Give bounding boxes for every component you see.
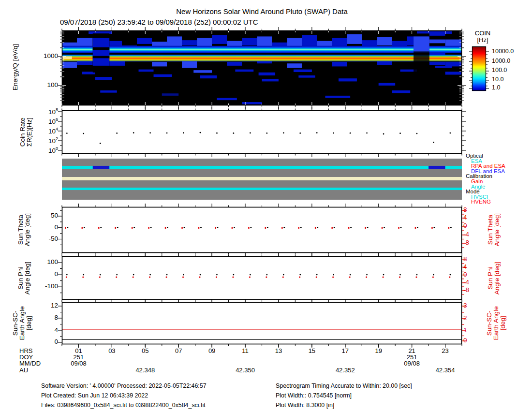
sun-earth-right-line2: Earth Angle: [493, 296, 500, 350]
footer-plot-created: Plot Created: Sun Jun 12 06:43:39 2022: [41, 393, 148, 399]
sun-theta-left-line1: Sun Theta: [17, 203, 24, 256]
plot-title: New Horizons Solar Wind Around Pluto (SW…: [62, 7, 462, 15]
axis-label-energy-text: Energy/Q [eV/q]: [12, 36, 19, 99]
sun-theta-right-ytick: 4: [463, 214, 478, 221]
sun-earth-right-ytick: 1: [463, 327, 478, 334]
au-label: 42.352: [331, 367, 360, 374]
sun-earth-right-ytick: 0: [463, 337, 478, 344]
colorbar-title: COIN [Hz]: [465, 30, 500, 44]
coin-ytick-label: 108: [38, 108, 58, 116]
sun-theta-ytick: 0: [35, 224, 58, 231]
legend-item: HVENG: [471, 199, 491, 205]
hour-tick-label: 15: [302, 348, 322, 354]
sun-earth-right-line3: [deg]: [500, 296, 506, 350]
sun-theta-left-line2: Angle [deg]: [24, 203, 31, 256]
colorbar-tick-label: 1.0: [492, 85, 500, 91]
axis-label-coin-line1: Coin Rate: [19, 105, 26, 159]
hour-tick-label: 23: [436, 348, 455, 354]
hour-tick-label: 09: [202, 348, 222, 354]
sun-theta-right-line1: Sun Theta: [487, 203, 494, 256]
sun-phi-panel: [58, 253, 466, 303]
hour-tick-label: 05: [135, 348, 155, 354]
sun-theta-right-line2: Angle [deg]: [494, 203, 501, 256]
sun-phi-right-ytick: -4: [463, 279, 478, 286]
row-label-mmdd: MM/DD: [19, 360, 41, 367]
sun-phi-right-ytick: -8: [463, 287, 478, 294]
colorbar: [469, 46, 489, 91]
coin-ytick-label: 100: [38, 147, 58, 154]
sun-theta-ytick: 50: [35, 212, 58, 219]
colorbar-tick-label: 10000.0: [492, 48, 514, 55]
sun-theta-ytick: -50: [35, 235, 58, 242]
axis-label-sun-sc-earth-right: Sun-SC- Earth Angle [deg]: [486, 296, 507, 350]
sun-phi-ytick: 100: [35, 259, 58, 265]
footer-timing-accuracy: Spectrogram Timing Accurate to Within: 2…: [276, 383, 412, 389]
hour-tick-label: 17: [336, 348, 355, 354]
spectrogram-ytick-100: 100: [30, 82, 58, 88]
coin-ytick-label: 104: [38, 127, 58, 135]
footer-files: Files: 0398649600_0x584_sci.fit to 03988…: [41, 402, 206, 409]
axis-label-sun-sc-earth-left: Sun-SC- Earth Angle [deg]: [12, 296, 33, 350]
coin-ytick-label: 102: [38, 137, 58, 145]
spectrogram-ytick-1000: 1000: [30, 53, 58, 59]
mmdd-label: 09/08: [400, 360, 424, 367]
sun-phi-right-ytick: 0: [463, 271, 478, 278]
sun-sc-earth-panel: [58, 299, 466, 348]
status-bars-panel: [62, 159, 462, 200]
hour-tick-label: 11: [236, 348, 255, 354]
footer-software-version: Software Version: ' 4.00000' Processed: …: [41, 383, 207, 389]
row-label-au: AU: [19, 367, 28, 374]
axis-label-sun-theta-left: Sun Theta Angle [deg]: [17, 203, 31, 256]
axis-label-sun-theta-right: Sun Theta Angle [deg]: [487, 203, 501, 256]
sun-theta-right-ytick: 8: [463, 206, 478, 213]
au-label: 42.354: [431, 367, 460, 374]
au-label: 42.348: [131, 367, 160, 374]
swap-plot-page: New Horizons Solar Wind Around Pluto (SW…: [0, 0, 532, 411]
hour-tick-label: 03: [102, 348, 121, 354]
coin-rate-panel: [58, 107, 466, 157]
sun-earth-ytick: 4: [35, 327, 58, 334]
sun-theta-right-ytick: -4: [463, 231, 478, 238]
axis-label-energy: Energy/Q [eV/q]: [12, 36, 19, 99]
sun-phi-ytick: -100: [35, 283, 58, 290]
coin-ytick-label: 106: [38, 117, 58, 125]
hour-tick-label: 13: [269, 348, 288, 354]
sun-earth-ytick: 8: [35, 314, 58, 321]
sun-phi-right-ytick: 8: [463, 256, 478, 263]
colorbar-title-line2: [Hz]: [465, 37, 500, 44]
colorbar-tick-label: 10.0: [492, 76, 503, 83]
sun-phi-ytick: 0: [35, 271, 58, 278]
footer-plot-width-in: Plot Width: 8.3000 [in]: [276, 402, 334, 409]
sun-theta-right-ytick: 0: [463, 222, 478, 229]
footer-plot-width-norm: Plot Width:: 0.754545 [norm]: [276, 393, 352, 399]
hour-tick-label: 07: [169, 348, 188, 354]
colorbar-title-line1: COIN: [465, 30, 500, 37]
sun-earth-left-line3: [deg]: [26, 296, 32, 350]
sun-earth-right-ytick: 2: [463, 315, 478, 322]
sun-earth-left-line2: Earth Angle: [19, 296, 26, 350]
sun-earth-ytick: 0: [35, 338, 58, 345]
mmdd-label: 09/08: [66, 360, 90, 367]
sun-earth-right-ytick: 3: [463, 302, 478, 309]
colorbar-tick-label: 100.0: [492, 67, 507, 73]
axis-label-coin-rate: Coin Rate ΣR(E)[Hz]: [19, 105, 33, 159]
sun-phi-right-ytick: 4: [463, 264, 478, 270]
hour-tick-label: 19: [369, 348, 388, 354]
au-label: 42.350: [231, 367, 260, 374]
axis-label-coin-line2: ΣR(E)[Hz]: [26, 105, 33, 159]
sun-theta-right-ytick: -8: [463, 239, 478, 246]
plot-subtitle: 09/07/2018 (250) 23:59:42 to 09/09/2018 …: [60, 18, 258, 26]
sun-earth-right-line1: Sun-SC-: [486, 296, 493, 350]
sun-earth-left-line1: Sun-SC-: [12, 296, 19, 350]
spectrogram-panel: [58, 27, 466, 109]
sun-earth-ytick: 12: [35, 302, 58, 309]
colorbar-tick-label: 1000.0: [492, 58, 510, 64]
sun-theta-panel: [58, 204, 466, 256]
